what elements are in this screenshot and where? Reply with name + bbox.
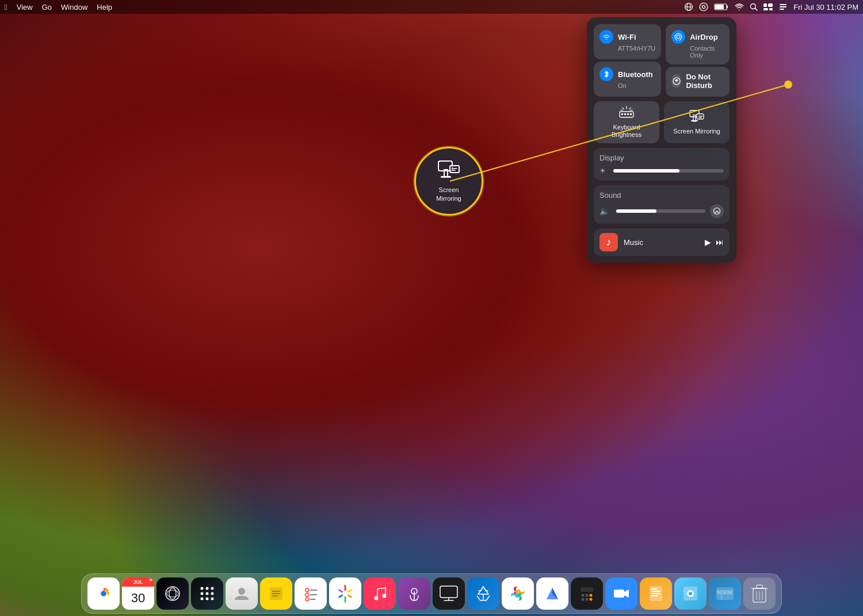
dock-item-pages[interactable] [640, 577, 672, 610]
svg-rect-15 [780, 6, 786, 7]
svg-rect-11 [768, 3, 773, 7]
wifi-tile[interactable]: Wi-Fi ATT54rHY7U [594, 24, 661, 59]
svg-rect-75 [581, 587, 593, 592]
svg-point-62 [306, 593, 309, 596]
dock-item-finder[interactable] [709, 577, 741, 610]
notification-center-icon[interactable] [778, 2, 788, 12]
svg-line-9 [755, 9, 758, 11]
dock-item-notes[interactable] [260, 577, 292, 610]
dock-item-music[interactable] [364, 577, 396, 610]
apple-menu[interactable]:  [5, 3, 7, 12]
calendar-badge: 3 [146, 577, 154, 583]
dock-item-appstore[interactable] [467, 577, 499, 610]
dock-item-chrome[interactable] [87, 577, 120, 610]
battery-icon[interactable] [714, 3, 729, 11]
svg-rect-94 [717, 591, 721, 594]
menu-help[interactable]: Help [97, 3, 112, 12]
do-not-disturb-icon [671, 74, 681, 88]
svg-point-63 [306, 598, 309, 601]
svg-rect-13 [769, 8, 773, 10]
svg-rect-95 [723, 591, 727, 594]
svg-point-80 [586, 598, 589, 601]
svg-point-55 [211, 598, 214, 600]
music-app-icon: ♪ [599, 233, 618, 251]
bluetooth-tile-icon [599, 67, 613, 81]
svg-point-69 [383, 594, 387, 598]
svg-point-3 [700, 3, 708, 11]
dock-item-siri[interactable] [156, 577, 189, 610]
menu-view[interactable]: View [17, 3, 33, 12]
svg-rect-96 [727, 591, 732, 594]
svg-point-47 [201, 587, 204, 590]
dock-item-trash[interactable] [743, 577, 776, 610]
screen-mirroring-label: Screen Mirroring [673, 128, 720, 135]
svg-line-25 [623, 108, 624, 109]
svg-rect-12 [763, 8, 768, 10]
dock-item-tv[interactable] [433, 577, 465, 610]
dock-item-preview[interactable] [674, 577, 707, 610]
volume-slider[interactable] [616, 209, 705, 213]
display-title: Display [599, 154, 724, 162]
svg-point-67 [342, 591, 348, 596]
music-controls: ▶ ⏭ [705, 238, 724, 247]
wifi-tile-icon [599, 30, 613, 44]
keyboard-brightness-tile[interactable]: Keyboard Brightness [594, 101, 659, 143]
svg-point-50 [201, 592, 204, 595]
control-center-icon[interactable] [763, 3, 773, 10]
language-icon[interactable] [684, 2, 693, 12]
dock-item-contacts[interactable] [226, 577, 258, 610]
svg-line-27 [621, 110, 623, 110]
brightness-min-icon: ☀ [599, 167, 609, 175]
svg-point-68 [375, 596, 379, 600]
svg-line-26 [629, 108, 631, 109]
menu-go[interactable]: Go [42, 3, 52, 12]
dock-item-calculator[interactable] [571, 577, 603, 610]
svg-point-77 [586, 594, 589, 597]
dock-item-photos[interactable] [329, 577, 361, 610]
brightness-slider[interactable] [613, 169, 724, 173]
display-section: Display ☀ [594, 148, 730, 181]
svg-point-45 [169, 588, 176, 599]
svg-rect-86 [651, 593, 660, 594]
dock-item-reminders[interactable] [295, 577, 327, 610]
music-menu-icon[interactable] [699, 2, 708, 12]
screen-mirror-bubble: ScreenMirroring [414, 147, 483, 216]
menu-window[interactable]: Window [61, 3, 87, 12]
svg-point-43 [102, 592, 106, 596]
do-not-disturb-title: Do Not Disturb [686, 72, 724, 90]
forward-button[interactable]: ⏭ [716, 238, 724, 247]
spotlight-icon[interactable] [750, 3, 758, 11]
svg-point-46 [167, 590, 178, 597]
svg-point-48 [206, 587, 209, 590]
svg-rect-20 [621, 113, 623, 115]
airplay-sound-button[interactable] [710, 204, 724, 218]
svg-rect-16 [780, 9, 784, 10]
screen-mirroring-tile-icon [689, 110, 704, 125]
wifi-icon[interactable] [735, 3, 744, 11]
screen-mirroring-tile[interactable]: Screen Mirroring [664, 101, 730, 143]
svg-point-78 [590, 594, 593, 597]
play-button[interactable]: ▶ [705, 238, 711, 247]
svg-rect-72 [440, 586, 457, 598]
dock-item-podcasts[interactable] [398, 577, 430, 610]
svg-rect-82 [614, 590, 624, 598]
svg-rect-37 [450, 166, 459, 173]
svg-point-49 [211, 587, 214, 590]
bluetooth-tile[interactable]: Bluetooth On [594, 62, 661, 97]
do-not-disturb-tile[interactable]: Do Not Disturb [666, 67, 730, 97]
svg-point-61 [306, 588, 309, 592]
svg-rect-21 [624, 113, 626, 115]
svg-line-28 [631, 110, 632, 110]
svg-point-90 [689, 592, 692, 595]
dock: JUL 30 3 [81, 573, 782, 614]
dock-item-calendar[interactable]: JUL 30 3 [122, 577, 154, 610]
dock-item-slack[interactable] [502, 577, 534, 610]
volume-icon: 🔈 [599, 206, 609, 216]
datetime: Fri Jul 30 11:02 PM [793, 3, 858, 12]
dock-item-nordvpn[interactable] [536, 577, 568, 610]
dock-item-zoom[interactable] [605, 577, 637, 610]
dock-item-launchpad[interactable] [191, 577, 223, 610]
bubble-label: ScreenMirroring [436, 186, 461, 202]
airdrop-tile[interactable]: AirDrop Contacts Only [666, 24, 730, 64]
bluetooth-title: Bluetooth [618, 70, 653, 79]
